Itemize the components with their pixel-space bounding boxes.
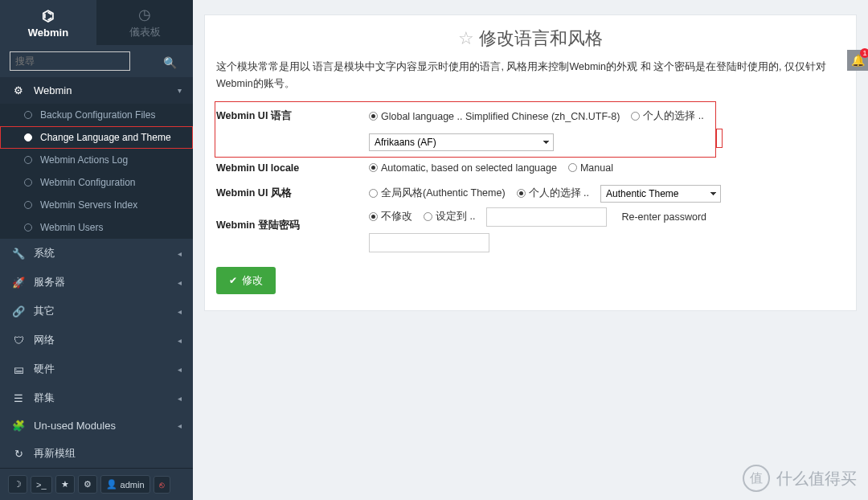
cat-servers[interactable]: 🚀服务器◂ [0, 268, 193, 297]
sidebar-tabs: ⌬ Webmin ◷ 儀表板 [0, 0, 193, 45]
dot-icon [24, 178, 32, 186]
dot-icon [24, 111, 32, 119]
cat-unused[interactable]: 🧩Un-used Modules◂ [0, 412, 193, 439]
radio-pwd-nochange[interactable]: 不修改 [369, 210, 412, 223]
panel: ☆修改语言和风格 这个模块常常是用以 语言是模块中文字内容显示时使用的语言, 风… [204, 14, 857, 311]
rocket-icon: 🚀 [11, 277, 26, 289]
sidebar-item-servers-index[interactable]: Webmin Servers Index [0, 194, 193, 216]
row-password: Webmin 登陆密码 不修改 设定到 .. Re-enter password [216, 207, 845, 256]
dot-icon [24, 156, 32, 164]
radio-locale-manual[interactable]: Manual [568, 162, 613, 174]
refresh-icon: ↻ [11, 448, 26, 460]
star-icon: ★ [61, 479, 69, 490]
radio-locale-auto[interactable]: Automatic, based on selected language [369, 162, 557, 174]
form: Webmin UI 语言 Global language .. Simplifi… [216, 101, 845, 294]
sidebar-item-backup[interactable]: Backup Configuration Files [0, 104, 193, 126]
notifications-button[interactable]: 🔔 1 [847, 50, 868, 71]
cat-webmin-sub: Backup Configuration Files Change Langua… [0, 104, 193, 239]
label-locale: Webmin UI locale [216, 162, 369, 174]
cat-others[interactable]: 🔗其它◂ [0, 297, 193, 326]
cat-network[interactable]: 🛡网络◂ [0, 326, 193, 355]
tab-dashboard[interactable]: ◷ 儀表板 [96, 0, 193, 45]
input-password-confirm[interactable] [369, 233, 489, 252]
sidebar-item-change-language[interactable]: Change Language and Theme [0, 126, 193, 149]
radio-theme-global[interactable]: 全局风格(Authentic Theme) [369, 186, 506, 200]
page-title: ☆修改语言和风格 [216, 27, 845, 51]
row-locale: Webmin UI locale Automatic, based on sel… [216, 156, 845, 180]
sidebar-item-webmin-users[interactable]: Webmin Users [0, 216, 193, 239]
user-icon: 👤 [106, 479, 117, 490]
dashboard-icon: ◷ [138, 6, 151, 23]
chevron-left-icon: ◂ [178, 394, 182, 403]
page-description: 这个模块常常是用以 语言是模块中文字内容显示时使用的语言, 风格用来控制Webm… [216, 59, 845, 93]
search-box: 🔍 [0, 45, 193, 77]
user-button[interactable]: 👤admin [100, 475, 150, 494]
link-icon: 🔗 [11, 305, 26, 318]
chevron-down-icon: ▾ [178, 86, 182, 95]
cat-hardware[interactable]: 🖴硬件◂ [0, 355, 193, 383]
gear-icon: ⚙ [11, 84, 26, 96]
logout-icon: ⎋ [159, 480, 165, 490]
hdd-icon: 🖴 [11, 363, 26, 375]
cat-system[interactable]: 🔧系统◂ [0, 239, 193, 268]
chevron-left-icon: ◂ [178, 421, 182, 430]
tab-dashboard-label: 儀表板 [129, 25, 161, 39]
terminal-button[interactable]: >_ [31, 476, 52, 494]
notification-count: 1 [860, 48, 868, 58]
label-password: Webmin 登陆密码 [216, 207, 369, 232]
sidebar-item-webmin-config[interactable]: Webmin Configuration [0, 171, 193, 194]
label-theme: Webmin UI 风格 [216, 186, 369, 200]
terminal-icon: >_ [36, 480, 47, 490]
cat-refresh[interactable]: ↻再新模组 [0, 439, 193, 468]
main-content: ☆修改语言和风格 这个模块常常是用以 语言是模块中文字内容显示时使用的语言, 风… [193, 0, 868, 500]
row-theme: Webmin UI 风格 全局风格(Authentic Theme) 个人的选择… [216, 182, 845, 206]
chevron-left-icon: ◂ [178, 249, 182, 258]
settings-button[interactable]: ⚙ [78, 475, 97, 494]
puzzle-icon: 🧩 [11, 420, 26, 432]
shield-icon: 🛡 [11, 334, 26, 346]
submit-button[interactable]: 修改 [216, 267, 276, 294]
radio-theme-personal[interactable]: 个人的选择 .. [517, 186, 589, 200]
chevron-left-icon: ◂ [178, 307, 182, 316]
select-language[interactable]: Afrikaans (AF) [369, 133, 554, 151]
label-language: Webmin UI 语言 [216, 109, 369, 123]
cat-webmin-label: Webmin [34, 84, 178, 96]
cat-cluster[interactable]: ☰群集◂ [0, 383, 193, 412]
chevron-left-icon: ◂ [178, 336, 182, 345]
sidebar: ⌬ Webmin ◷ 儀表板 🔍 ⚙ Webmin ▾ Backup Confi… [0, 0, 193, 500]
search-input[interactable] [10, 51, 130, 71]
sliders-icon: ⚙ [84, 479, 92, 490]
tab-webmin-label: Webmin [28, 27, 68, 39]
sidebar-item-actions-log[interactable]: Webmin Actions Log [0, 149, 193, 171]
logout-button[interactable]: ⎋ [154, 476, 170, 494]
search-icon[interactable]: 🔍 [163, 56, 177, 69]
input-password[interactable] [486, 207, 607, 227]
chevron-left-icon: ◂ [178, 365, 182, 374]
dot-icon [24, 133, 32, 141]
list-icon: ☰ [11, 392, 26, 404]
radio-lang-global[interactable]: Global language .. Simplified Chinese (z… [369, 111, 620, 122]
row-language-select: Afrikaans (AF) [216, 130, 845, 154]
moon-icon: ☽ [14, 479, 22, 490]
tab-webmin[interactable]: ⌬ Webmin [0, 0, 96, 45]
chevron-left-icon: ◂ [178, 278, 182, 287]
wrench-icon: 🔧 [11, 248, 26, 260]
night-mode-button[interactable]: ☽ [8, 475, 27, 494]
favorite-button[interactable]: ★ [55, 475, 75, 494]
cat-webmin[interactable]: ⚙ Webmin ▾ [0, 77, 193, 104]
select-theme[interactable]: Authentic Theme [600, 185, 721, 203]
dot-icon [24, 223, 32, 232]
label-reenter: Re-enter password [621, 211, 706, 223]
radio-pwd-setto[interactable]: 设定到 .. [424, 210, 475, 223]
dot-icon [24, 201, 32, 209]
bottom-bar: ☽ >_ ★ ⚙ 👤admin ⎋ [0, 468, 193, 500]
star-outline-icon[interactable]: ☆ [458, 28, 474, 48]
radio-lang-personal[interactable]: 个人的选择 .. [631, 109, 703, 123]
row-language: Webmin UI 语言 Global language .. Simplifi… [216, 105, 845, 129]
gauge-icon: ⌬ [42, 7, 55, 25]
